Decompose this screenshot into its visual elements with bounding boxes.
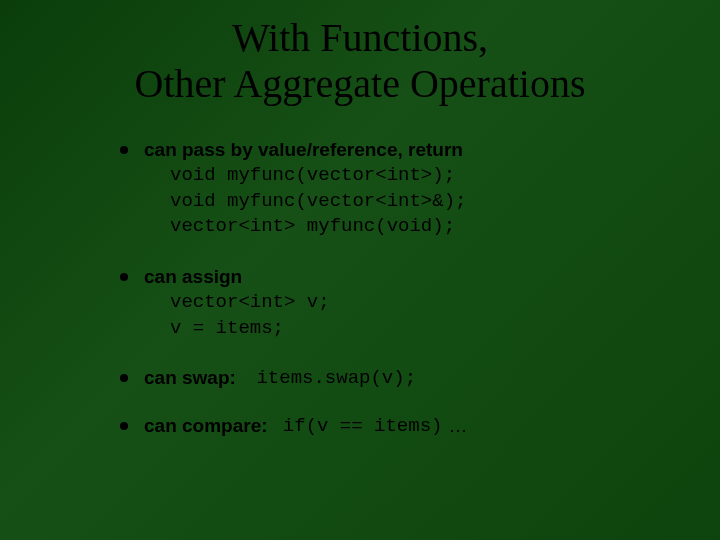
inline-code: if(v == items) xyxy=(283,415,443,437)
title-line-1: With Functions, xyxy=(232,15,488,60)
slide: With Functions, Other Aggregate Operatio… xyxy=(0,0,720,540)
bullet-lead: can pass by value/reference, return xyxy=(144,139,463,161)
bullet-dot-icon xyxy=(120,146,128,154)
bullet-dot-icon xyxy=(120,422,128,430)
code-block: void myfunc(vector<int>); void myfunc(ve… xyxy=(170,163,650,240)
bullet-lead: can assign xyxy=(144,266,242,288)
bullet-item-swap: can swap: items.swap(v); xyxy=(120,367,650,389)
ellipsis-text: … xyxy=(448,415,467,437)
slide-title: With Functions, Other Aggregate Operatio… xyxy=(40,15,680,107)
bullet-dot-icon xyxy=(120,374,128,382)
bullet-lead: can swap: xyxy=(144,367,236,389)
bullet-item-assign: can assign vector<int> v; v = items; xyxy=(120,266,650,341)
bullet-lead: can compare: xyxy=(144,415,268,437)
bullet-item-pass: can pass by value/reference, return void… xyxy=(120,139,650,240)
bullet-list: can pass by value/reference, return void… xyxy=(120,139,650,437)
title-line-2: Other Aggregate Operations xyxy=(135,61,586,106)
code-block: vector<int> v; v = items; xyxy=(170,290,650,341)
bullet-item-compare: can compare: if(v == items) … xyxy=(120,415,650,437)
inline-code: items.swap(v); xyxy=(256,367,416,389)
bullet-dot-icon xyxy=(120,273,128,281)
